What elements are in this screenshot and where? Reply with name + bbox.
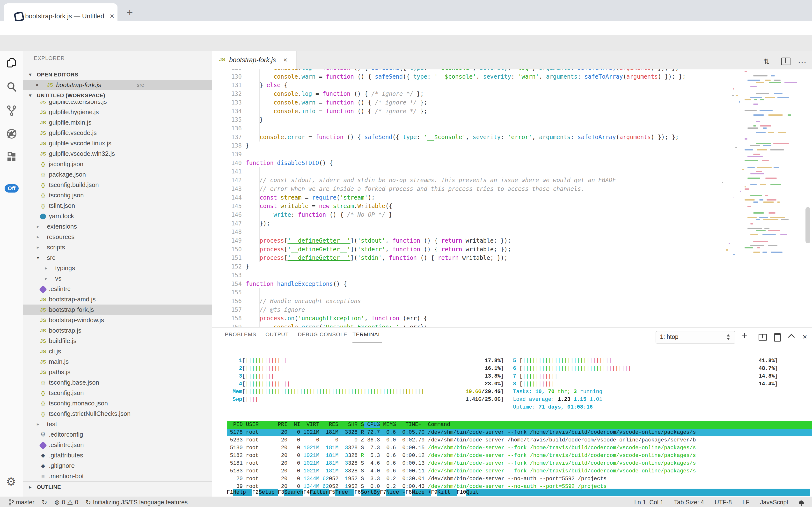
terminal-picker[interactable]: 1: htop xyxy=(655,331,735,343)
terminal-line: 8 [|||||||||| 14.4%] xyxy=(513,380,778,388)
new-tab-button[interactable]: + xyxy=(127,6,133,18)
editor-tab[interactable]: JS bootstrap-fork.js × xyxy=(212,51,297,69)
file-row[interactable]: ▸extensions xyxy=(23,221,212,232)
file-row[interactable]: {}jsconfig.json xyxy=(23,159,212,169)
select-down-icon xyxy=(727,338,730,340)
code-editor[interactable]: 129 console.log = function () { safeSend… xyxy=(212,69,812,327)
off-badge[interactable]: Off xyxy=(5,184,19,192)
close-icon[interactable]: × xyxy=(35,80,39,90)
status-item-4[interactable]: JavaScript xyxy=(760,499,788,506)
file-row[interactable]: JSbootstrap-window.js xyxy=(23,315,212,325)
js-file-icon: JS xyxy=(38,304,48,316)
more-actions-icon[interactable]: ⋯ xyxy=(798,57,806,67)
editor-scrollbar[interactable] xyxy=(806,207,810,243)
terminal-line: 20 root 20 0 1344M 62052 1952 S 3.3 0.2 … xyxy=(227,475,812,483)
file-row[interactable]: JSpaths.js xyxy=(23,367,212,377)
js-file-icon: JS xyxy=(38,117,48,128)
tab-close-icon[interactable]: × xyxy=(283,56,287,64)
bell-icon[interactable] xyxy=(799,501,804,504)
code-line: 140function disableSTDIO() { xyxy=(212,159,812,167)
tab-close-icon[interactable]: × xyxy=(110,12,114,20)
file-row[interactable]: ▸test xyxy=(23,419,212,429)
close-panel-icon[interactable]: × xyxy=(803,332,807,341)
file-row[interactable]: {}tsconfig.json xyxy=(23,388,212,398)
file-row[interactable]: ⚙.editorconfig xyxy=(23,429,212,440)
maximize-panel-icon[interactable] xyxy=(788,334,795,341)
file-tree[interactable]: JSgulpfile.extensions.jsJSgulpfile.hygie… xyxy=(23,97,212,482)
browser-tab[interactable]: bootstrap-fork.js — Untitled (W × xyxy=(4,3,118,21)
panel-tab-problems[interactable]: PROBLEMS xyxy=(225,331,256,338)
panel-tab-output[interactable]: OUTPUT xyxy=(265,331,289,338)
screen: bootstrap-fork.js — Untitled (W × + ← → … xyxy=(0,0,812,507)
file-row[interactable]: {}tsconfig.monaco.json xyxy=(23,398,212,408)
status-item-2[interactable]: UTF-8 xyxy=(714,499,732,506)
file-row[interactable]: JScli.js xyxy=(23,346,212,356)
new-terminal-icon[interactable]: + xyxy=(742,330,747,341)
file-row[interactable]: yarn.lock xyxy=(23,211,212,221)
code-line: 148 xyxy=(212,228,812,236)
folder-open-icon: ▾ xyxy=(37,252,39,263)
txt-file-icon: ≡ xyxy=(38,471,48,482)
debug-disabled-icon[interactable] xyxy=(6,128,17,139)
minimap[interactable] xyxy=(744,70,806,264)
split-editor-icon[interactable] xyxy=(781,58,791,65)
file-row[interactable]: JSbootstrap.js xyxy=(23,325,212,336)
panel-tab-terminal[interactable]: TERMINAL xyxy=(353,331,381,338)
extensions-icon[interactable] xyxy=(6,152,17,163)
file-row[interactable]: {}tsconfig.json xyxy=(23,190,212,201)
problems-item[interactable]: ⊗ 0 ⚠ 0 xyxy=(54,499,78,506)
workspace-header[interactable]: ▾ UNTITLED (WORKSPACE) xyxy=(23,90,212,101)
file-row[interactable]: {}tsconfig.strictNullChecks.json xyxy=(23,408,212,419)
twisty-icon: ▾ xyxy=(29,69,32,80)
file-row[interactable]: ▸resources xyxy=(23,232,212,242)
language-status-item[interactable]: ↻ Initializing JS/TS language features xyxy=(85,499,188,506)
file-row[interactable]: {}package.json xyxy=(23,169,212,180)
js-file-icon: JS xyxy=(38,346,48,357)
js-file-icon: JS xyxy=(38,107,48,118)
file-row[interactable]: {}tsconfig.base.json xyxy=(23,377,212,388)
file-row[interactable]: JSbootstrap-amd.js xyxy=(23,294,212,304)
sync-editors-icon[interactable]: ⇅ xyxy=(763,57,770,66)
file-row[interactable]: JSbuildfile.js xyxy=(23,336,212,346)
explorer-icon[interactable] xyxy=(6,58,17,69)
file-row[interactable]: JSgulpfile.hygiene.js xyxy=(23,107,212,117)
git-branch-item[interactable]: master xyxy=(9,499,34,506)
file-row[interactable]: JSgulpfile.mixin.js xyxy=(23,117,212,128)
terminal-line: Load average: 1.23 1.15 1.01 xyxy=(513,396,778,403)
terminal-line: 5180 root 20 0 1021M 181M 3328 S 7.3 0.6… xyxy=(227,444,812,452)
js-file-icon: JS xyxy=(47,82,53,88)
file-row[interactable]: JSmain.js xyxy=(23,356,212,367)
split-terminal-icon[interactable] xyxy=(759,334,767,341)
kill-terminal-icon[interactable] xyxy=(774,333,781,342)
file-row[interactable]: ▸scripts xyxy=(23,242,212,252)
file-row[interactable]: JSgulpfile.vscode.win32.js xyxy=(23,149,212,159)
file-row[interactable]: JSgulpfile.vscode.linux.js xyxy=(23,138,212,149)
file-row[interactable]: .eslintrc.json xyxy=(23,440,212,450)
menubar: FileEditSelectionViewGoDebugTerminalHelp… xyxy=(0,35,812,51)
file-row[interactable]: ▾src xyxy=(23,252,212,263)
file-row[interactable]: JSgulpfile.vscode.js xyxy=(23,128,212,138)
status-item-3[interactable]: LF xyxy=(742,499,749,506)
file-row[interactable]: {}tsconfig.build.json xyxy=(23,180,212,190)
terminal-line: 1[||||||||||||| 17.8%] xyxy=(233,357,504,365)
file-row[interactable]: {}tslint.json xyxy=(23,201,212,211)
file-row[interactable]: ▸vs xyxy=(23,273,212,284)
sync-icon[interactable]: ↻ xyxy=(42,499,47,506)
outline-header[interactable]: ▸ OUTLINE xyxy=(23,482,212,492)
search-icon[interactable] xyxy=(6,81,17,93)
file-row[interactable]: JSbootstrap-fork.js xyxy=(23,304,212,315)
open-editor-item[interactable]: × JS bootstrap-fork.js src xyxy=(23,80,212,90)
source-control-icon[interactable] xyxy=(6,105,17,116)
code-line: 149 process['__defineGetter__']('stdout'… xyxy=(212,236,812,245)
settings-gear-icon[interactable]: ⚙ xyxy=(6,476,16,487)
file-row[interactable]: ▸typings xyxy=(23,263,212,273)
open-editors-header[interactable]: ▾ OPEN EDITORS xyxy=(23,69,212,80)
json-file-icon: {} xyxy=(38,201,48,211)
file-row[interactable]: ◆.gitattributes xyxy=(23,450,212,460)
panel-tab-debug-console[interactable]: DEBUG CONSOLE xyxy=(298,331,348,338)
status-item-1[interactable]: Tab Size: 4 xyxy=(674,499,704,506)
status-item-0[interactable]: Ln 1, Col 1 xyxy=(634,499,664,506)
file-row[interactable]: ≡.mention-bot xyxy=(23,471,212,482)
file-row[interactable]: .eslintrc xyxy=(23,284,212,294)
file-row[interactable]: ◆.gitignore xyxy=(23,460,212,471)
